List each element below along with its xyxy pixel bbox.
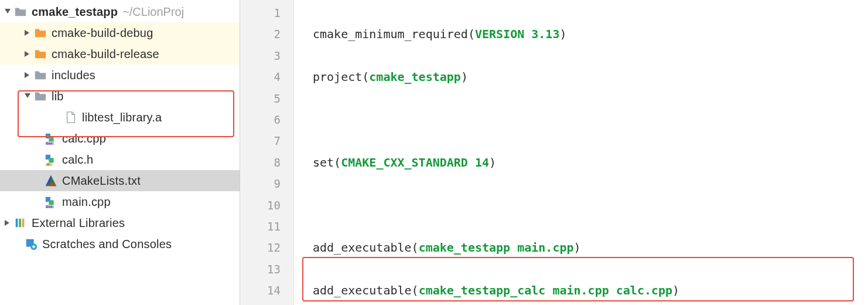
cpp-file-icon: C++ bbox=[45, 195, 57, 208]
tree-item-scratches[interactable]: Scratches and Consoles bbox=[0, 233, 240, 255]
line-number: 8 bbox=[240, 152, 281, 173]
svg-marker-1 bbox=[25, 30, 29, 36]
line-number: 12 bbox=[240, 237, 281, 258]
project-tree[interactable]: cmake_testapp ~/CLionProj cmake-build-de… bbox=[0, 0, 240, 305]
tree-label: External Libraries bbox=[32, 216, 125, 230]
tree-label: cmake-build-release bbox=[52, 48, 159, 61]
svg-rect-21 bbox=[16, 219, 18, 228]
line-number: 4 bbox=[240, 66, 281, 87]
header-file-icon: H bbox=[45, 153, 57, 166]
scratches-icon bbox=[25, 238, 37, 250]
tree-label: calc.cpp bbox=[62, 132, 106, 145]
svg-text:C++: C++ bbox=[46, 205, 52, 208]
tree-label: cmake-build-debug bbox=[52, 26, 153, 40]
folder-icon bbox=[34, 48, 47, 60]
arrow-placeholder bbox=[14, 240, 22, 248]
line-number: 2 bbox=[240, 23, 281, 45]
tree-item-calc-cpp[interactable]: C++ calc.cpp bbox=[0, 128, 240, 149]
arrow-placeholder bbox=[34, 198, 42, 206]
code-editor[interactable]: 1 2 3 4 5 6 7 8 9 10 11 12 13 14 cmake_m… bbox=[240, 0, 868, 305]
tree-item-main-cpp[interactable]: C++ main.cpp bbox=[0, 191, 240, 212]
tree-label: Scratches and Consoles bbox=[42, 238, 172, 251]
line-number: 1 bbox=[240, 2, 281, 23]
arrow-placeholder bbox=[34, 134, 42, 143]
arrow-placeholder bbox=[34, 177, 42, 185]
code-line[interactable] bbox=[313, 109, 868, 130]
chevron-right-icon[interactable] bbox=[23, 29, 32, 37]
cpp-file-icon: C++ bbox=[45, 132, 57, 145]
svg-text:C++: C++ bbox=[46, 141, 52, 145]
arrow-placeholder bbox=[54, 113, 62, 121]
tree-label: lib bbox=[52, 90, 64, 103]
line-number: 11 bbox=[240, 216, 281, 237]
svg-marker-4 bbox=[25, 93, 30, 98]
svg-rect-27 bbox=[33, 245, 35, 249]
svg-rect-23 bbox=[22, 219, 25, 228]
code-line[interactable]: add_executable(cmake_testapp main.cpp) bbox=[313, 237, 868, 258]
svg-text:H: H bbox=[47, 162, 50, 166]
svg-rect-22 bbox=[19, 219, 21, 228]
chevron-right-icon[interactable] bbox=[23, 71, 32, 79]
line-number: 3 bbox=[240, 45, 281, 66]
folder-icon bbox=[34, 69, 47, 82]
line-number: 7 bbox=[240, 130, 281, 151]
line-number: 14 bbox=[240, 280, 281, 301]
folder-icon bbox=[14, 5, 27, 18]
tree-label: cmake_testapp bbox=[32, 5, 118, 19]
code-line[interactable]: add_executable(cmake_testapp_calc main.c… bbox=[313, 280, 868, 301]
chevron-right-icon[interactable] bbox=[4, 219, 12, 227]
tree-item-includes[interactable]: includes bbox=[0, 65, 240, 86]
svg-marker-2 bbox=[25, 51, 29, 57]
line-number: 9 bbox=[240, 173, 281, 194]
line-gutter: 1 2 3 4 5 6 7 8 9 10 11 12 13 14 bbox=[240, 0, 294, 305]
cmake-file-icon bbox=[45, 174, 57, 187]
file-icon bbox=[64, 111, 77, 124]
chevron-down-icon[interactable] bbox=[4, 8, 12, 16]
chevron-down-icon[interactable] bbox=[23, 92, 32, 100]
tree-path: ~/CLionProj bbox=[122, 5, 184, 19]
code-area[interactable]: cmake_minimum_required(VERSION 3.13) pro… bbox=[294, 0, 868, 305]
line-number: 6 bbox=[240, 109, 281, 130]
chevron-right-icon[interactable] bbox=[23, 50, 32, 58]
code-line[interactable] bbox=[313, 195, 868, 216]
tree-item-libtest-library[interactable]: libtest_library.a bbox=[0, 107, 240, 128]
tree-item-cmake-build-debug[interactable]: cmake-build-debug bbox=[0, 22, 240, 43]
tree-item-external-libraries[interactable]: External Libraries bbox=[0, 212, 240, 233]
libraries-icon bbox=[14, 216, 27, 229]
tree-item-lib[interactable]: lib bbox=[0, 86, 240, 107]
tree-item-cmakelists[interactable]: CMakeLists.txt bbox=[0, 170, 240, 191]
folder-icon bbox=[34, 26, 47, 39]
code-line[interactable]: cmake_minimum_required(VERSION 3.13) bbox=[313, 23, 868, 45]
arrow-placeholder bbox=[34, 155, 42, 164]
tree-item-calc-h[interactable]: H calc.h bbox=[0, 149, 240, 170]
svg-marker-20 bbox=[5, 220, 9, 226]
tree-label: CMakeLists.txt bbox=[62, 174, 141, 188]
tree-label: libtest_library.a bbox=[82, 111, 162, 124]
tree-item-root[interactable]: cmake_testapp ~/CLionProj bbox=[0, 1, 240, 22]
folder-icon bbox=[34, 90, 47, 103]
line-number: 10 bbox=[240, 195, 281, 216]
svg-marker-3 bbox=[25, 72, 29, 78]
tree-item-cmake-build-release[interactable]: cmake-build-release bbox=[0, 43, 240, 65]
tree-label: main.cpp bbox=[62, 195, 111, 209]
line-number: 5 bbox=[240, 88, 281, 109]
code-line[interactable]: project(cmake_testapp) bbox=[313, 66, 868, 87]
code-line[interactable]: set(CMAKE_CXX_STANDARD 14) bbox=[313, 152, 868, 173]
svg-marker-0 bbox=[5, 9, 11, 13]
tree-label: calc.h bbox=[62, 153, 93, 167]
tree-label: includes bbox=[52, 69, 95, 82]
line-number: 13 bbox=[240, 259, 281, 280]
